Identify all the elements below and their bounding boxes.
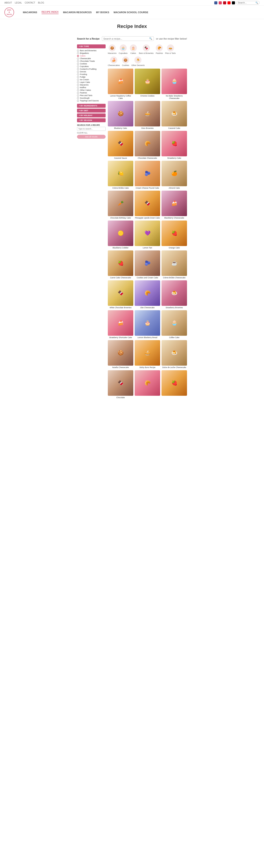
filter-radio[interactable]: [77, 81, 79, 83]
filter-radio[interactable]: [77, 52, 79, 54]
filter-radio[interactable]: [77, 55, 79, 57]
recipe-card[interactable]: 🧁No-Bake Strawberry Cheesecake: [162, 69, 187, 100]
recipe-card[interactable]: 🍊Almond Cake: [162, 161, 187, 189]
instagram-icon[interactable]: [219, 1, 222, 4]
filter-radio[interactable]: [77, 87, 79, 89]
nav-macaron-resources[interactable]: MACARON RESOURCES: [63, 11, 91, 13]
recipe-card[interactable]: 🍫White Chocolate Brownies: [108, 280, 133, 309]
recipe-card[interactable]: 💜Lemon Tart: [135, 220, 160, 249]
nav-recipe-index[interactable]: RECIPE INDEX: [41, 10, 59, 14]
filter-item-toppings-and-sauces[interactable]: Toppings and Sauces: [77, 99, 106, 102]
filter-radio[interactable]: [77, 76, 79, 78]
category-item-cookies[interactable]: 🍪Cookies: [122, 57, 129, 66]
filter-radio[interactable]: [77, 63, 79, 65]
filter-radio[interactable]: [77, 68, 79, 70]
recipe-card[interactable]: 🍫Chocolate: [108, 370, 133, 399]
nav-my-books[interactable]: MY BOOKS: [96, 11, 109, 13]
recipe-card[interactable]: 🥐: [135, 370, 160, 399]
sidebar-search-input[interactable]: [77, 127, 106, 131]
filter-radio[interactable]: [77, 60, 79, 62]
category-item-cakes[interactable]: 🎂Cakes: [130, 44, 137, 54]
filter-item-macarons[interactable]: Macarons: [77, 84, 106, 86]
filter-item-muffins[interactable]: Muffins: [77, 86, 106, 89]
filter-radio[interactable]: [77, 95, 79, 96]
filter-item-brigadeiro[interactable]: Brigadeiro: [77, 52, 106, 55]
filter-item-bars-and-brownies[interactable]: Bars and Brownies: [77, 49, 106, 52]
filter-radio[interactable]: [77, 89, 79, 91]
filter-item-pies-and-tarts[interactable]: Pies and Tarts: [77, 94, 106, 97]
youtube-icon[interactable]: [228, 1, 231, 4]
nav-macaron-school[interactable]: MACARON SCHOOL COURSE: [114, 11, 148, 13]
filter-item-ice-cream[interactable]: Ice Cream: [77, 78, 106, 81]
by-season-section[interactable]: + BY SEASON: [77, 118, 106, 122]
recipe-card[interactable]: 🍰Blackberry Cheesecake: [162, 191, 187, 219]
recipe-card[interactable]: 🍫Pineapple Upside Down Cake: [135, 191, 160, 219]
recipe-card[interactable]: 🍮Strawberry Brownies: [162, 280, 187, 309]
recipe-search-input[interactable]: [104, 37, 149, 40]
logo[interactable]: pies&tacos: [4, 7, 14, 17]
recipe-card[interactable]: 🍰Strawberry Shortcake Cake: [108, 310, 133, 339]
filter-radio[interactable]: [77, 79, 79, 81]
category-item-pastries[interactable]: 🥐Pastries: [156, 44, 163, 54]
filter-item-other-cakes[interactable]: Other Cakes: [77, 89, 106, 91]
see-results-button[interactable]: See all results: [77, 135, 106, 139]
category-item-cupcakes[interactable]: 🧁Cupcakes: [119, 44, 127, 54]
filter-item-cheesecake[interactable]: Cheesecake: [77, 57, 106, 60]
filter-item-cupcakes[interactable]: Cupcakes: [77, 65, 106, 68]
recipe-card[interactable]: 🥧Sticky Buns Recipe: [135, 340, 160, 369]
recipe-card[interactable]: ☕Crème Brûlée Cheesecake: [162, 250, 187, 279]
tiktok-icon[interactable]: [232, 1, 235, 4]
filter-item-sourdough[interactable]: Sourdough: [77, 97, 106, 99]
filter-radio[interactable]: [77, 58, 79, 60]
by-ingredients-section[interactable]: + BY INGREDIENTS: [77, 104, 106, 108]
recipe-card[interactable]: 🍓: [162, 370, 187, 399]
category-item-bars-&-brownies[interactable]: 🍫Bars & Brownies: [139, 44, 154, 54]
filter-item-cookies[interactable]: Cookies: [77, 62, 106, 65]
filter-item-donuts[interactable]: Donuts: [77, 70, 106, 73]
recipe-card[interactable]: 🍓Orange Cake: [162, 220, 187, 249]
filter-item-frosting[interactable]: Frosting: [77, 73, 106, 75]
top-search-input[interactable]: [238, 2, 256, 4]
filter-item-custard-&-pudding[interactable]: Custard & Pudding: [77, 68, 106, 70]
filter-item-pastries[interactable]: Pastries: [77, 91, 106, 94]
category-item-pies-&-tarts[interactable]: 🥧Pies & Tarts: [165, 44, 176, 54]
recipe-card[interactable]: 🧁Coffee Cake: [162, 310, 187, 339]
filter-item-cakes[interactable]: Cakes: [77, 55, 106, 57]
search-icon[interactable]: 🔍: [256, 2, 258, 4]
recipe-card[interactable]: 🟡Blackberry Cobbler: [108, 220, 133, 249]
about-link[interactable]: ABOUT: [4, 2, 12, 4]
category-item-cheesecakes[interactable]: 🍰Cheesecakes: [108, 57, 120, 66]
recipe-card[interactable]: 🫐Cream Cheese Pound Cake: [135, 161, 160, 189]
filter-radio[interactable]: [77, 84, 79, 86]
category-item-other-desserts[interactable]: 🍮Other Desserts: [131, 57, 145, 66]
recipe-card[interactable]: 🍓Carrot Cake Cheesecake: [108, 250, 133, 279]
recipe-card[interactable]: 🍮Caramel Cake: [162, 101, 187, 129]
recipe-card[interactable]: 🥐Chocolate Cheesecake: [135, 131, 160, 159]
filter-radio[interactable]: [77, 65, 79, 67]
recipe-card[interactable]: 🥐Ube Cheesecake: [135, 280, 160, 309]
filter-item-chocolate-treats[interactable]: Chocolate Treats: [77, 60, 106, 62]
contact-link[interactable]: CONTACT: [25, 2, 35, 4]
filter-radio[interactable]: [77, 92, 79, 94]
recipe-card[interactable]: 🍓Strawberry Cake: [162, 131, 187, 159]
filter-item-layer-cake[interactable]: Layer Cake: [77, 81, 106, 84]
recipe-card[interactable]: 🥧Oreo Brownies: [135, 101, 160, 129]
recipe-card[interactable]: 🥕Chocolate Birthday Cake: [108, 191, 133, 219]
by-holiday-section[interactable]: + BY HOLIDAY: [77, 114, 106, 117]
recipe-card[interactable]: 🍪Blueberry Cake: [108, 101, 133, 129]
recipe-card[interactable]: 🍫Caramel Sauce: [108, 131, 133, 159]
filter-radio[interactable]: [77, 97, 79, 99]
filter-radio[interactable]: [77, 71, 79, 73]
recipe-card[interactable]: 🎂Lemon Blueberry Bread: [135, 310, 160, 339]
filter-item-fudge[interactable]: Fudge: [77, 75, 106, 78]
legal-link[interactable]: LEGAL: [15, 2, 22, 4]
category-item-macarons[interactable]: 🍪Macarons: [108, 44, 117, 54]
blog-link[interactable]: BLOG: [38, 2, 44, 4]
recipe-card[interactable]: 🍋Crème Brûlée Cake: [108, 161, 133, 189]
recipe-card[interactable]: 🍰Lemon Raspberry Coffee Cake: [108, 69, 133, 100]
recipe-card[interactable]: 🎂S'mores Cookies: [135, 69, 160, 100]
filter-radio[interactable]: [77, 50, 79, 52]
by-diet-section[interactable]: + BY DIET: [77, 108, 106, 113]
clear-all[interactable]: CLEAR ALL: [77, 132, 106, 134]
pinterest-icon[interactable]: [223, 1, 226, 4]
